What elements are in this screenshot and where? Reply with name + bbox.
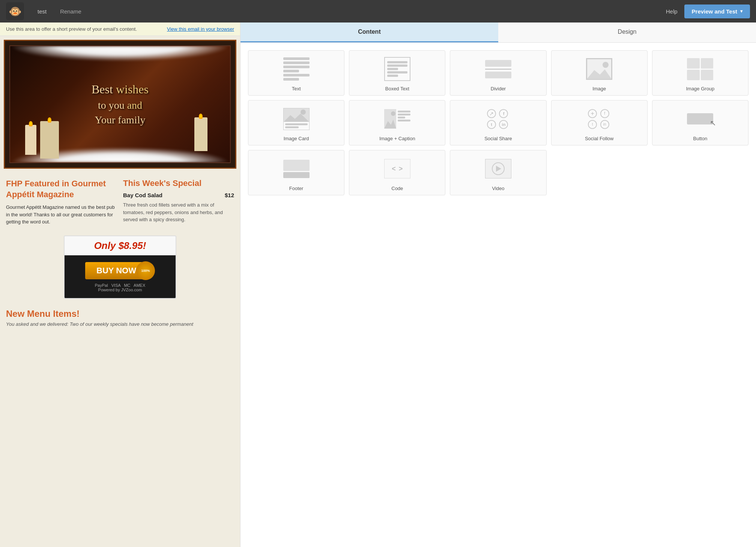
blocks-grid: Text Boxed Text: [240, 43, 756, 203]
block-image-group[interactable]: Image Group: [652, 50, 748, 96]
follow-linkedin-icon: in: [600, 120, 609, 129]
image-group-block-icon: [685, 56, 715, 82]
boxed-text-icon: [384, 57, 410, 81]
email-new-menu-section: New Menu Items! You asked and we deliver…: [0, 305, 240, 331]
imc-line-4: [398, 120, 410, 121]
hero-line3: Your family: [95, 112, 146, 127]
block-footer-label: Footer: [289, 186, 304, 191]
email-col-left: FHP Featured in Gourmet Appétit Magazine…: [6, 178, 117, 226]
bt-line-4: [387, 71, 407, 73]
block-image-caption[interactable]: Image + Caption: [349, 100, 445, 145]
code-block-icon: < >: [382, 156, 412, 182]
imc-line-1: [398, 111, 410, 112]
play-circle-icon: [492, 162, 505, 175]
special-item-price: $12: [225, 192, 234, 198]
follow-twitter-icon: t: [588, 120, 597, 129]
preview-label: Preview and Test: [692, 8, 737, 15]
social-follow-icon: + f t in: [588, 109, 610, 129]
text-line-1: [283, 57, 310, 60]
block-text-label: Text: [292, 86, 301, 91]
block-divider[interactable]: Divider: [450, 50, 546, 96]
image-card-icon: [283, 108, 310, 130]
view-in-browser-link[interactable]: View this email in your browser: [167, 26, 234, 32]
play-triangle-icon: [496, 166, 501, 172]
block-footer[interactable]: Footer: [248, 150, 344, 195]
email-hero-section: Best wishes to you and Your family: [4, 40, 236, 169]
ig-cell-3: [687, 70, 700, 80]
text-line-3: [283, 66, 310, 68]
divider-icon: [485, 60, 511, 78]
code-brackets: < >: [392, 165, 403, 173]
topbar-rename-button[interactable]: Rename: [53, 5, 88, 18]
promo-badge: 100%: [136, 261, 155, 280]
main-layout: Use this area to offer a short preview o…: [0, 22, 756, 547]
topbar-help-button[interactable]: Help: [659, 5, 684, 18]
mailchimp-icon: 🐵: [9, 5, 22, 18]
image-icon-svg: [587, 59, 612, 79]
div-block-2: [485, 72, 511, 78]
hero-background: Best wishes to you and Your family: [10, 46, 230, 162]
social-share-block-icon: ↗ f t in: [483, 106, 513, 132]
block-button-label: Button: [693, 136, 708, 141]
block-button[interactable]: ↖ Button: [652, 100, 748, 145]
tab-content[interactable]: Content: [240, 22, 498, 42]
email-body: Best wishes to you and Your family FHP F…: [0, 36, 240, 547]
block-image-label: Image: [592, 86, 606, 91]
boxed-text-block-icon: [382, 56, 412, 82]
promo-payment-info: PayPal VISA MC AMEX Powered by JVZoo.com: [71, 283, 170, 292]
code-icon: < >: [384, 159, 410, 178]
button-block-icon: ↖: [685, 106, 715, 132]
footer-icon-bar: [283, 172, 310, 178]
right-bracket: >: [399, 165, 403, 173]
email-two-col-section: FHP Featured in Gourmet Appétit Magazine…: [0, 172, 240, 232]
block-code-label: Code: [391, 186, 403, 191]
block-image-caption-label: Image + Caption: [379, 136, 415, 141]
left-col-heading: FHP Featured in Gourmet Appétit Magazine: [6, 178, 117, 200]
div-block-1: [485, 60, 511, 67]
hero-image: Best wishes to you and Your family: [9, 45, 231, 163]
ig-cell-1: [687, 58, 700, 69]
social-follow-block-icon: + f t in: [584, 106, 614, 132]
block-image[interactable]: Image: [551, 50, 648, 96]
chevron-down-icon: ▾: [740, 9, 742, 14]
promo-box: Only $8.95! BUY NOW 100% PayPal VISA MC …: [64, 235, 176, 299]
block-image-group-label: Image Group: [686, 86, 714, 91]
follow-facebook-icon: f: [600, 109, 609, 118]
left-col-body: Gourmet Appétit Magazine named us the be…: [6, 204, 117, 226]
hero-text-overlay: Best wishes to you and Your family: [10, 46, 230, 162]
preview-topbar: Use this area to offer a short preview o…: [0, 22, 240, 36]
special-item-name: Bay Cod Salad: [123, 192, 162, 198]
footer-icon: [283, 160, 310, 178]
block-image-card-label: Image Card: [284, 136, 309, 141]
img-caption-icon: [384, 109, 410, 129]
new-menu-sub: You asked and we delivered: Two of our w…: [6, 321, 234, 327]
left-bracket: <: [392, 165, 396, 173]
block-text[interactable]: Text: [248, 50, 344, 96]
block-video[interactable]: Video: [450, 150, 546, 195]
div-line: [485, 69, 511, 70]
right-content-panel: Content Design Text: [240, 22, 756, 547]
block-boxed-text[interactable]: Boxed Text: [349, 50, 445, 96]
promo-button-area: BUY NOW 100% PayPal VISA MC AMEX Powered…: [65, 255, 176, 298]
special-heading: This Week's Special: [123, 178, 234, 188]
block-code[interactable]: < > Code: [349, 150, 445, 195]
facebook-icon: f: [499, 109, 508, 118]
ic-line-1: [285, 123, 308, 125]
topbar-tab-test[interactable]: test: [31, 5, 53, 18]
tab-design[interactable]: Design: [498, 22, 756, 42]
video-block-icon: [483, 156, 513, 182]
preview-info-text: Use this area to offer a short preview o…: [6, 26, 164, 32]
footer-block-icon: [281, 156, 311, 182]
preview-and-test-button[interactable]: Preview and Test ▾: [684, 4, 750, 18]
text-icon-lines: [283, 57, 310, 81]
block-image-card[interactable]: Image Card: [248, 100, 344, 145]
cursor-icon: ↖: [710, 118, 716, 127]
divider-block-icon: [483, 56, 513, 82]
promo-powered: Powered by JVZoo.com: [98, 288, 142, 292]
button-icon: [687, 113, 713, 124]
new-menu-heading: New Menu Items!: [6, 309, 234, 319]
promo-top: Only $8.95!: [65, 236, 176, 255]
bt-line-5: [387, 75, 398, 77]
block-social-follow[interactable]: + f t in Social Follow: [551, 100, 648, 145]
block-social-share[interactable]: ↗ f t in Social Share: [450, 100, 546, 145]
